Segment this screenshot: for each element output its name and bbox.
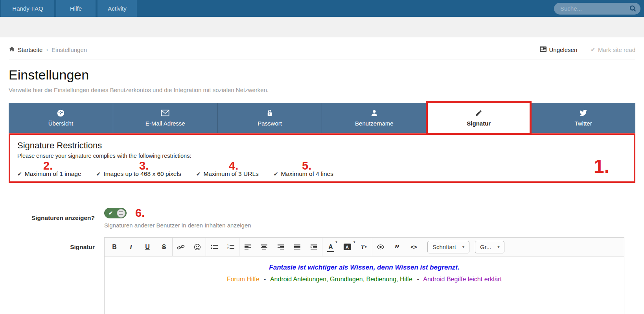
signature-links-line: Forum Hilfe - Android Anleitungen, Grund…: [105, 276, 624, 283]
nav-brand-handy-faq[interactable]: Handy-FAQ: [1, 0, 54, 17]
tab-label: E-Mail Adresse: [145, 120, 185, 127]
annotation-5: 5.: [302, 160, 311, 172]
settings-tabstrip: Übersicht E-Mail Adresse Passwort Benutz…: [9, 103, 635, 133]
italic-button[interactable]: I: [123, 240, 139, 254]
breadcrumb: Startseite › Einstellungen Ungelesen ✔ M…: [9, 37, 635, 59]
tab-label: Passwort: [258, 120, 282, 127]
signature-label: Signatur: [9, 237, 104, 314]
signature-link-android-anleitungen[interactable]: Android Anleitungen, Grundlagen, Bedienu…: [270, 276, 412, 283]
check-icon: ✔: [591, 46, 595, 53]
signature-content[interactable]: Fantasie ist wichtiger als Wissen, denn …: [105, 257, 624, 314]
signature-link-forum-hilfe[interactable]: Forum Hilfe: [227, 276, 259, 283]
mark-site-read-button[interactable]: ✔ Mark site read: [591, 46, 635, 53]
align-right-button[interactable]: [272, 240, 289, 254]
tab-twitter[interactable]: Twitter: [531, 103, 635, 133]
user-icon: [370, 109, 378, 117]
toggle-knob[interactable]: [117, 209, 125, 218]
tab-label: Übersicht: [48, 120, 73, 127]
indent-button[interactable]: [305, 240, 322, 254]
restriction-item: ✔ Images up to 468 x 60 pixels: [96, 170, 181, 177]
toggle-check-icon: ✔: [109, 210, 113, 216]
signatures-toggle[interactable]: ✔: [104, 208, 127, 218]
nav-item-hilfe[interactable]: Hilfe: [56, 0, 96, 17]
nav-item-activity[interactable]: Activity: [98, 0, 137, 17]
tab-signatur[interactable]: Signatur: [427, 103, 531, 133]
header-band: [0, 17, 644, 37]
bold-button[interactable]: B: [106, 240, 123, 254]
show-signatures-label: Signaturen anzeigen?: [9, 214, 104, 222]
tab-label: Twitter: [574, 120, 592, 127]
caret-down-icon: ▾: [462, 245, 464, 249]
search-input[interactable]: [559, 5, 629, 12]
quote-button[interactable]: ”: [389, 240, 405, 254]
show-signatures-help: Signaturen anderer Benutzer in deren Inh…: [104, 222, 635, 229]
align-left-button[interactable]: [239, 240, 256, 254]
code-button[interactable]: <>: [405, 240, 422, 254]
newspaper-icon: [540, 46, 546, 53]
text-color-button[interactable]: A▾: [322, 240, 339, 254]
page-subtitle: Verwalte hier die Einstellungen deines B…: [9, 87, 635, 93]
background-color-button[interactable]: A▾: [339, 240, 355, 254]
annotation-2: 2.: [43, 160, 53, 172]
restriction-item: ✔ Maximum of 3 URLs: [196, 170, 259, 177]
annotation-1: 1.: [594, 157, 609, 176]
unread-label: Ungelesen: [549, 46, 578, 53]
tab-benutzername[interactable]: Benutzername: [322, 103, 427, 133]
font-family-dropdown[interactable]: Schriftart ▾: [427, 241, 469, 253]
signature-restrictions-panel: Signature Restrictions Please ensure you…: [9, 133, 635, 183]
svg-text:2: 2: [227, 247, 229, 249]
check-icon: ✔: [17, 171, 22, 177]
dashboard-icon: [57, 109, 65, 117]
show-signatures-row: Signaturen anzeigen? ✔ 6. Signaturen and…: [9, 207, 635, 229]
search-icon[interactable]: [629, 5, 637, 12]
tab-label: Benutzername: [355, 120, 394, 127]
caret-down-icon: ▾: [353, 240, 355, 244]
pencil-icon: [475, 109, 482, 117]
twitter-icon: [579, 109, 587, 117]
annotation-box-signatur-tab: [426, 101, 532, 135]
font-size-dropdown[interactable]: Gr... ▾: [475, 241, 504, 253]
restrictions-title: Signature Restrictions: [17, 140, 627, 151]
home-icon: [9, 46, 15, 53]
link-button[interactable]: [173, 240, 189, 254]
search-box[interactable]: [554, 3, 640, 15]
editor-toolbar: B I U S 12: [105, 238, 624, 257]
preview-eye-button[interactable]: [372, 240, 389, 254]
top-navbar: Handy-FAQ Hilfe Activity: [0, 0, 644, 17]
check-icon: ✔: [274, 171, 278, 177]
signature-quote-text: Fantasie ist wichtiger als Wissen, denn …: [105, 264, 624, 272]
caret-down-icon: ▾: [335, 240, 337, 244]
breadcrumb-home-link[interactable]: Startseite: [9, 46, 42, 53]
underline-button[interactable]: U: [139, 240, 156, 254]
restrictions-description: Please ensure your signature complies wi…: [17, 153, 627, 159]
strikethrough-button[interactable]: S: [156, 240, 172, 254]
annotation-4: 4.: [229, 160, 238, 172]
breadcrumb-separator: ›: [46, 46, 48, 53]
tab-uebersicht[interactable]: Übersicht: [9, 103, 113, 133]
justify-button[interactable]: [289, 240, 305, 254]
annotation-6: 6.: [135, 207, 145, 219]
breadcrumb-current: Einstellungen: [52, 46, 87, 53]
tab-passwort[interactable]: Passwort: [218, 103, 322, 133]
unread-button[interactable]: Ungelesen: [540, 46, 578, 53]
numbered-list-button[interactable]: 12: [223, 240, 239, 254]
breadcrumb-home-label: Startseite: [18, 46, 42, 53]
mark-site-read-label: Mark site read: [598, 46, 635, 53]
signature-editor: B I U S 12: [104, 237, 624, 314]
align-center-button[interactable]: [256, 240, 272, 254]
caret-down-icon: ▾: [497, 245, 499, 249]
bullet-list-button[interactable]: [206, 240, 223, 254]
envelope-icon: [161, 109, 169, 117]
tab-email-adresse[interactable]: E-Mail Adresse: [113, 103, 218, 133]
annotation-3: 3.: [139, 160, 149, 172]
tab-label: Signatur: [467, 120, 491, 127]
remove-format-button[interactable]: Tx: [355, 240, 372, 254]
lock-icon: [266, 109, 273, 117]
restrictions-list: ✔ Maximum of 1 image ✔ Images up to 468 …: [17, 170, 627, 177]
smiley-button[interactable]: [189, 240, 206, 254]
signature-row: Signatur B I U S 12: [9, 237, 635, 314]
signature-link-android-begriffe[interactable]: Android Begiffe leicht erklärt: [423, 276, 502, 283]
check-icon: ✔: [196, 171, 201, 177]
check-icon: ✔: [96, 171, 101, 177]
svg-text:1: 1: [227, 244, 229, 247]
